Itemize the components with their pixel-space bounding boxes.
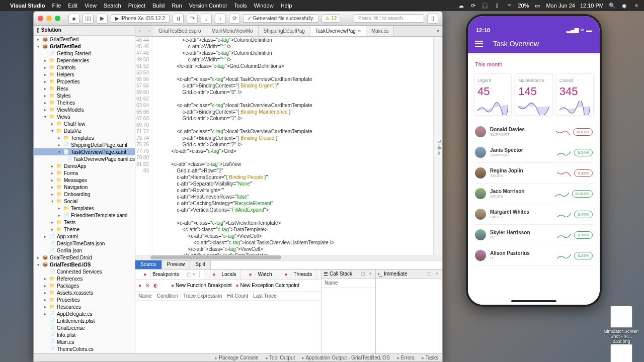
tree-item[interactable]: ▾📦GrialTestBed.iOS: [34, 261, 135, 268]
tree-item[interactable]: 📄Connected Services: [34, 268, 135, 275]
status-item[interactable]: Tool Output: [266, 355, 295, 360]
tree-item[interactable]: ▸📄AppDelegate.cs: [34, 310, 135, 317]
run-config-selector[interactable]: ▶ iPhone Xʀ iOS 12.2: [111, 14, 170, 23]
person-row[interactable]: Margaret WhitesSALES0.45%: [474, 204, 594, 225]
step-out-button[interactable]: ↑: [215, 14, 226, 24]
run-button[interactable]: ▶: [97, 14, 108, 24]
tree-item[interactable]: ▾📁Social: [34, 198, 135, 205]
minimize-window-icon[interactable]: [46, 16, 52, 21]
close-window-icon[interactable]: [38, 16, 43, 21]
editor-hscrollbar[interactable]: [135, 255, 442, 260]
menu-help[interactable]: Help: [281, 3, 292, 9]
sync-icon[interactable]: ⟳: [469, 2, 476, 9]
tree-item[interactable]: 📄Info.plist: [34, 331, 135, 338]
tree-item[interactable]: ▸📁Properties: [34, 296, 135, 303]
code-editor[interactable]: 43 44 45 46 47 48 49 50 51 52 53 54 55 5…: [135, 37, 442, 255]
layout-button[interactable]: ▯▯: [83, 14, 94, 24]
stat-card[interactable]: Maintenance145: [515, 73, 552, 116]
stop-button[interactable]: ■: [68, 14, 79, 24]
tree-item[interactable]: ▾📁DataViz: [34, 127, 135, 134]
tree-item[interactable]: ▸📁Forms: [34, 169, 135, 176]
tree-item[interactable]: ▸📁DemoApp: [34, 162, 135, 169]
tree-item[interactable]: ▸📁Dependencies: [34, 57, 135, 64]
editor-tab[interactable]: TaskOverviewPag ○: [310, 26, 366, 36]
tree-item[interactable]: ▸📁Templates: [34, 134, 135, 141]
tree-item[interactable]: ▸📄App.xaml: [34, 233, 135, 240]
tree-item[interactable]: 📄DesignTimeData.json: [34, 240, 135, 247]
tree-item[interactable]: ▸📁Packages: [34, 282, 135, 289]
new-func-breakpoint-button[interactable]: ● New Function Breakpoint: [171, 283, 232, 288]
menu-version-control[interactable]: Version Control: [189, 3, 227, 9]
tree-item[interactable]: 📄GrialLicense: [34, 324, 135, 331]
tree-item[interactable]: ▸📄FriendItemTemplate.xaml: [34, 212, 135, 219]
step-over-button[interactable]: ↷: [187, 14, 198, 24]
people-list[interactable]: Donald DaviesSUPPORT-0.87%Janis SpectorS…: [468, 122, 600, 266]
zoom-window-icon[interactable]: [55, 16, 60, 21]
menu-build[interactable]: Build: [152, 3, 165, 9]
tree-item[interactable]: ▸📁Tests: [34, 219, 135, 226]
tree-item[interactable]: ▾📄TaskOverviewPage.xaml: [34, 148, 135, 155]
menu-file[interactable]: File: [52, 3, 61, 9]
stat-card[interactable]: Closed345: [556, 73, 594, 116]
tree-item[interactable]: ▸📁Resources: [34, 303, 135, 310]
siri-icon[interactable]: ◉: [621, 2, 628, 9]
app-name[interactable]: Visual Studio: [10, 3, 45, 9]
person-row[interactable]: Jaco MorrisonSALES0.103%: [474, 184, 594, 204]
pad-dock-icon[interactable]: ▢: [426, 271, 432, 277]
tree-item[interactable]: 📄Getting Started: [34, 50, 135, 57]
toolbox-sidebar[interactable]: Toolbox: [433, 37, 442, 255]
view-split[interactable]: Split: [190, 260, 210, 269]
bluetooth-icon[interactable]: ᛒ: [494, 2, 501, 9]
tree-item[interactable]: ▾📁Views: [34, 113, 135, 120]
editor-tab[interactable]: Main.cs: [366, 26, 394, 36]
status-item[interactable]: Errors: [397, 355, 415, 360]
editor-tab[interactable]: ShippingDetailPag: [259, 26, 310, 36]
tab-overflow-button[interactable]: ▾: [433, 26, 442, 36]
tree-item[interactable]: ▸📁References: [34, 275, 135, 282]
tree-item[interactable]: ▸📄ShippingDetailPage.xaml: [34, 141, 135, 148]
global-search-input[interactable]: Press '⌘,' to search: [354, 14, 424, 23]
menu-window[interactable]: Window: [254, 3, 274, 9]
editor-tab[interactable]: GrialTestBed.cspro: [153, 26, 206, 36]
tree-item[interactable]: ▸📁Templates: [34, 205, 135, 212]
nav-fwd-button[interactable]: ›: [144, 26, 153, 36]
tree-item[interactable]: 📄TaskOverviewPage.xaml.cs: [34, 155, 135, 162]
bp-toggle-icon[interactable]: ◐: [153, 283, 158, 288]
tree-item[interactable]: ▸📁Properties: [34, 78, 135, 85]
status-item[interactable]: Package Console: [215, 355, 258, 360]
menu-search[interactable]: Search: [104, 3, 121, 9]
tree-item[interactable]: ▸📁Messages: [34, 176, 135, 184]
battery-icon[interactable]: ▭: [534, 2, 541, 9]
menu-project[interactable]: Project: [128, 3, 145, 9]
tree-item[interactable]: ▸📁Themes: [34, 99, 135, 106]
desktop-file[interactable]: Simulator Screen Shot - iP…3.23.png: [604, 344, 639, 362]
person-row[interactable]: Regina JoplinSALES0.12%: [474, 163, 594, 184]
view-source[interactable]: Source: [135, 260, 162, 269]
person-row[interactable]: Donald DaviesSUPPORT-0.87%: [474, 122, 594, 142]
pad-dock-icon[interactable]: ▢: [360, 271, 366, 277]
tree-item[interactable]: 📄Entitlements.plist: [34, 317, 135, 324]
nav-back-button[interactable]: ‹: [135, 26, 144, 36]
tree-item[interactable]: ▸📁Resx: [34, 85, 135, 92]
stat-card[interactable]: Urgent45: [474, 73, 512, 116]
bp-remove-icon[interactable]: ⊘: [145, 283, 149, 288]
headphones-icon[interactable]: 🎧: [481, 2, 489, 9]
tree-item[interactable]: ▸📁Navigation: [34, 184, 135, 191]
tree-item[interactable]: 📄ThemeColors.cs: [34, 345, 135, 352]
home-indicator[interactable]: [511, 300, 556, 302]
new-exception-catchpoint-button[interactable]: ● New Exception Catchpoint: [236, 283, 299, 288]
debug-tab-watch[interactable]: ● Watch: [240, 269, 276, 279]
menu-run[interactable]: Run: [172, 3, 182, 9]
sim-body[interactable]: This month Urgent45Maintenance145Closed3…: [468, 53, 600, 305]
menu-view[interactable]: View: [85, 3, 97, 9]
hamburger-icon[interactable]: [475, 41, 483, 47]
tree-item[interactable]: ▸📁Theme: [34, 226, 135, 233]
tree-item[interactable]: ▸📁Helpers: [34, 71, 135, 78]
pad-close-icon[interactable]: ×: [434, 271, 440, 277]
spotlight-icon[interactable]: 🔍: [609, 2, 616, 9]
warnings-badge[interactable]: ⚠ 12: [321, 14, 340, 23]
editor-tab[interactable]: MainMenuViewMo: [206, 26, 258, 36]
tree-item[interactable]: 📄Gorilla.json: [34, 247, 135, 254]
tree-item[interactable]: ▸📁ViewModels: [34, 106, 135, 113]
tree-item[interactable]: 📄Main.cs: [34, 338, 135, 345]
